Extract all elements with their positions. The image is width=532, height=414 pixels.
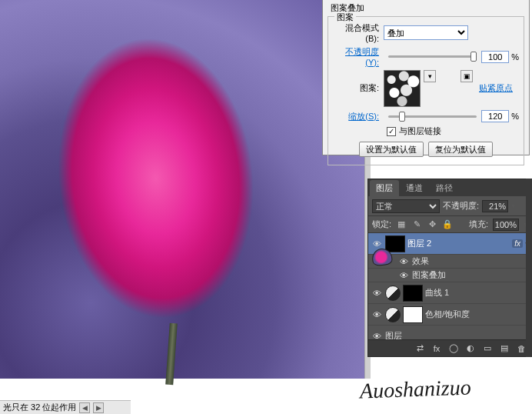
- layers-panel-footer: ⇄ fx ◯ ◐ ▭ ▤ 🗑: [368, 339, 531, 356]
- pattern-swatch-picker[interactable]: [384, 70, 421, 107]
- pattern-overlay-dialog: 图案叠加 图案 混合模式(B): 叠加 不透明度(Y): % 图案: ▾ ▣ 贴…: [322, 0, 530, 155]
- layer-opacity-label: 不透明度:: [443, 200, 479, 212]
- layer-row-layer2[interactable]: 👁 图层 2 fx ▾: [368, 233, 531, 255]
- layer-row-base[interactable]: 👁 图层: [368, 326, 531, 339]
- pattern-scale-slider[interactable]: [388, 115, 477, 118]
- opacity-dropdown-icon[interactable]: ▾: [511, 202, 515, 210]
- snap-origin-button[interactable]: 贴紧原点: [479, 70, 513, 94]
- new-layer-icon[interactable]: ▤: [498, 342, 510, 355]
- pattern-group-title: 图案: [334, 12, 356, 23]
- effect-name: 图案叠加: [412, 269, 529, 281]
- lock-label: 锁定:: [372, 219, 391, 230]
- tab-channels[interactable]: 通道: [400, 180, 429, 196]
- layer-row-hue-sat[interactable]: 👁 色相/饱和度: [368, 304, 531, 326]
- lock-all-icon[interactable]: 🔒: [442, 219, 453, 230]
- layers-panel: 图层 通道 路径 正常 不透明度: ▾ 锁定: ▦ ✎ ✥ 🔒 填充: ▾ 👁 …: [367, 179, 532, 357]
- pattern-opacity-slider[interactable]: [388, 55, 477, 58]
- pattern-scale-input[interactable]: [481, 110, 509, 122]
- fill-label: 填充:: [469, 219, 488, 230]
- link-with-layer-checkbox[interactable]: ✓: [387, 127, 396, 136]
- visibility-toggle-icon[interactable]: 👁: [371, 330, 383, 340]
- layer-mask-thumbnail[interactable]: [403, 306, 423, 323]
- layer-blend-select[interactable]: 正常: [372, 199, 440, 213]
- link-layers-icon[interactable]: ⇄: [414, 342, 426, 355]
- visibility-toggle-icon[interactable]: 👁: [397, 255, 410, 268]
- layer-options-row: 正常 不透明度: ▾: [368, 196, 531, 216]
- layer-name[interactable]: 图层 2: [407, 238, 510, 249]
- visibility-toggle-icon[interactable]: 👁: [371, 287, 383, 299]
- lock-row: 锁定: ▦ ✎ ✥ 🔒 填充: ▾: [368, 216, 531, 233]
- slider-thumb[interactable]: [399, 112, 405, 122]
- pattern-opacity-label[interactable]: 不透明度(Y):: [333, 46, 384, 67]
- scroll-left-icon[interactable]: ◀: [79, 402, 90, 413]
- layers-list: 👁 图层 2 fx ▾ 👁 效果 👁 图案叠加 👁 曲线 1 👁 色相/饱和度: [368, 233, 531, 339]
- pattern-opacity-input[interactable]: [481, 51, 509, 63]
- lock-pixels-icon[interactable]: ✎: [411, 219, 422, 230]
- make-default-button[interactable]: 设置为默认值: [359, 142, 424, 157]
- pattern-swatch-label: 图案:: [333, 70, 384, 94]
- adjustment-icon: [385, 307, 401, 322]
- scroll-right-icon[interactable]: ▶: [93, 402, 104, 413]
- lock-transparency-icon[interactable]: ▦: [396, 219, 407, 230]
- status-text: 光只在 32 位起作用: [3, 402, 76, 413]
- effects-label: 效果: [412, 255, 529, 267]
- watermark-signature: Auoshanizuo: [359, 375, 471, 403]
- document-canvas[interactable]: [0, 0, 364, 379]
- link-with-layer-label: 与图层链接: [399, 125, 441, 137]
- visibility-toggle-icon[interactable]: 👁: [371, 309, 383, 321]
- pattern-dropdown-icon[interactable]: ▾: [424, 70, 436, 82]
- adjustment-layer-icon[interactable]: ◐: [464, 342, 477, 355]
- blend-mode-label: 混合模式(B):: [333, 22, 384, 43]
- layer-mask-thumbnail[interactable]: [403, 285, 423, 302]
- panel-dock-edge[interactable]: [526, 179, 532, 357]
- layer-name[interactable]: 曲线 1: [425, 287, 529, 299]
- layer-mask-thumbnail[interactable]: [385, 235, 405, 252]
- blend-mode-select[interactable]: 叠加: [384, 25, 468, 40]
- fill-input[interactable]: [493, 219, 519, 231]
- fx-badge[interactable]: fx: [512, 239, 523, 248]
- layer-effect-pattern-overlay[interactable]: 👁 图案叠加: [368, 269, 531, 282]
- layer-name[interactable]: 图层: [385, 330, 529, 339]
- pattern-group: 图案 混合模式(B): 叠加 不透明度(Y): % 图案: ▾ ▣ 贴紧原点 缩…: [328, 16, 524, 165]
- adjustment-icon: [385, 285, 401, 301]
- lock-position-icon[interactable]: ✥: [427, 219, 437, 230]
- layer-name[interactable]: 色相/饱和度: [425, 309, 529, 320]
- slider-thumb[interactable]: [470, 52, 477, 62]
- tab-layers[interactable]: 图层: [370, 180, 399, 196]
- layer-effects-header[interactable]: 👁 效果: [368, 255, 531, 269]
- reset-default-button[interactable]: 复位为默认值: [428, 142, 493, 157]
- pattern-scale-label[interactable]: 缩放(S):: [333, 111, 384, 122]
- visibility-toggle-icon[interactable]: 👁: [397, 269, 410, 282]
- layer-row-curves1[interactable]: 👁 曲线 1: [368, 282, 531, 304]
- lotus-flower-image: [0, 0, 329, 392]
- layer-style-icon[interactable]: fx: [431, 342, 443, 355]
- percent-sign: %: [511, 112, 519, 121]
- panel-tabs: 图层 通道 路径: [368, 179, 531, 196]
- percent-sign: %: [511, 52, 519, 62]
- tab-paths[interactable]: 路径: [430, 180, 459, 196]
- create-new-preset-icon[interactable]: ▣: [461, 70, 473, 82]
- layer-opacity-input[interactable]: [482, 200, 508, 212]
- group-icon[interactable]: ▭: [481, 342, 494, 355]
- layer-mask-icon[interactable]: ◯: [447, 342, 460, 355]
- status-bar: 光只在 32 位起作用 ◀ ▶: [0, 400, 131, 414]
